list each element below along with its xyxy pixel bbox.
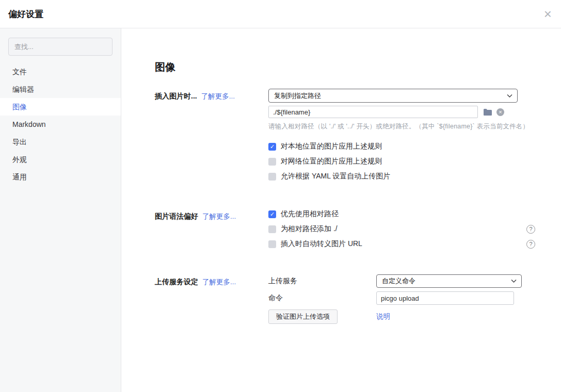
upload-service-select[interactable]: 自定义命令	[376, 274, 522, 288]
checkbox-escape-url-label: 插入时自动转义图片 URL	[281, 239, 362, 249]
upload-service-row: 上传服务 自定义命令	[268, 274, 535, 288]
upload-service-label: 上传服务设定	[155, 277, 198, 286]
checkbox-row-apply-web[interactable]: 对网络位置的图片应用上述规则	[268, 156, 535, 167]
checkbox-yaml-upload-label: 允许根据 YAML 设置自动上传图片	[281, 172, 390, 181]
chevron-down-icon	[507, 94, 512, 97]
checkbox-row-apply-local[interactable]: 对本地位置的图片应用上述规则	[268, 141, 535, 152]
clear-path-icon[interactable]: ×	[496, 108, 504, 116]
image-path-row: ×	[268, 106, 535, 118]
sidebar-item-appearance[interactable]: 外观	[0, 151, 121, 168]
titlebar: 偏好设置 ×	[0, 0, 561, 28]
image-path-input[interactable]	[268, 106, 478, 118]
validate-row: 验证图片上传选项 说明	[268, 309, 535, 324]
checkbox-prefer-relative[interactable]	[268, 210, 276, 218]
checkbox-row-escape-url[interactable]: 插入时自动转义图片 URL ?	[268, 239, 535, 249]
upload-service-selected-value: 自定义命令	[382, 276, 415, 286]
section-upload-service: 上传服务设定了解更多... 上传服务 自定义命令 命令	[155, 274, 538, 328]
insert-image-label: 插入图片时...	[155, 92, 197, 100]
close-icon[interactable]: ×	[544, 7, 552, 21]
chevron-down-icon	[511, 280, 517, 283]
folder-icon[interactable]	[484, 109, 492, 116]
sidebar-item-image[interactable]: 图像	[0, 98, 121, 116]
section-insert-image: 插入图片时...了解更多... 复制到指定路径 × 请输入相对路径（以 './'	[155, 89, 538, 186]
insert-action-select[interactable]: 复制到指定路径	[268, 89, 518, 103]
help-icon[interactable]: ?	[526, 225, 535, 234]
insert-checkbox-group: 对本地位置的图片应用上述规则 对网络位置的图片应用上述规则 允许根据 YAML …	[268, 141, 535, 182]
command-input[interactable]	[376, 291, 514, 305]
checkbox-row-prefer-relative[interactable]: 优先使用相对路径	[268, 209, 535, 219]
upload-help-link[interactable]: 说明	[376, 312, 390, 321]
path-hint-text: 请输入相对路径（以 './' 或 '../' 开头）或绝对路径。（其中 `${f…	[268, 122, 535, 131]
checkbox-row-add-dot-slash[interactable]: 为相对路径添加 ./ ?	[268, 224, 535, 234]
sidebar-item-general[interactable]: 通用	[0, 168, 121, 186]
checkbox-row-yaml-upload[interactable]: 允许根据 YAML 设置自动上传图片	[268, 171, 535, 182]
sidebar-item-editor[interactable]: 编辑器	[0, 80, 121, 98]
search-input[interactable]	[8, 38, 113, 56]
content-pane: 图像 插入图片时...了解更多... 复制到指定路径 ×	[121, 28, 561, 392]
command-row: 命令	[268, 291, 535, 305]
upload-service-learn-more-link[interactable]: 了解更多...	[202, 278, 236, 286]
sidebar-item-markdown[interactable]: Markdown	[0, 116, 121, 133]
section-image-syntax: 图片语法偏好了解更多... 优先使用相对路径 为相对路径添加 ./ ? 插入时自…	[155, 209, 538, 254]
checkbox-apply-local[interactable]	[268, 143, 276, 151]
checkbox-prefer-relative-label: 优先使用相对路径	[281, 209, 339, 219]
help-icon[interactable]: ?	[526, 240, 535, 249]
sidebar: 文件 编辑器 图像 Markdown 导出 外观 通用	[0, 28, 121, 392]
sidebar-item-export[interactable]: 导出	[0, 133, 121, 151]
validate-upload-button[interactable]: 验证图片上传选项	[268, 309, 338, 324]
sidebar-search	[0, 28, 121, 63]
page-title: 图像	[155, 60, 538, 74]
checkbox-apply-web-label: 对网络位置的图片应用上述规则	[281, 157, 382, 166]
command-field-label: 命令	[268, 293, 376, 303]
checkbox-yaml-upload[interactable]	[268, 173, 276, 181]
window-title: 偏好设置	[8, 8, 43, 20]
sidebar-nav: 文件 编辑器 图像 Markdown 导出 外观 通用	[0, 63, 121, 186]
checkbox-add-dot-slash-label: 为相对路径添加 ./	[281, 224, 338, 234]
checkbox-add-dot-slash[interactable]	[268, 225, 276, 233]
sidebar-item-files[interactable]: 文件	[0, 63, 121, 80]
checkbox-apply-web[interactable]	[268, 158, 276, 166]
insert-action-selected-value: 复制到指定路径	[274, 91, 321, 101]
image-syntax-learn-more-link[interactable]: 了解更多...	[202, 213, 236, 220]
checkbox-apply-local-label: 对本地位置的图片应用上述规则	[281, 142, 382, 151]
upload-service-field-label: 上传服务	[268, 276, 376, 286]
image-syntax-label: 图片语法偏好	[155, 212, 198, 220]
checkbox-escape-url[interactable]	[268, 240, 276, 248]
insert-image-learn-more-link[interactable]: 了解更多...	[201, 92, 235, 100]
